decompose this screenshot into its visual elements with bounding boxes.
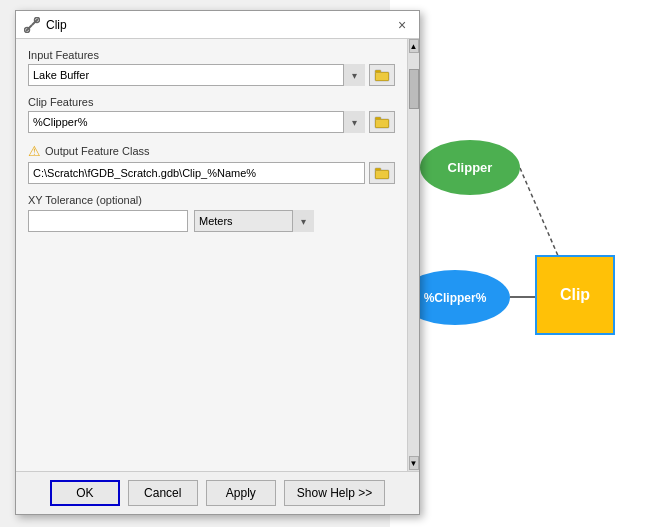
xy-tolerance-group: XY Tolerance (optional) Meters Feet Kilo… [28,194,395,232]
output-feature-class-input[interactable] [28,162,365,184]
clip-features-select[interactable]: %Clipper% [28,111,365,133]
clip-features-select-wrapper: %Clipper% ▾ [28,111,365,133]
svg-rect-12 [376,120,388,127]
dialog-title-icon [24,17,40,33]
svg-rect-11 [375,117,381,120]
output-feature-class-row [28,162,395,184]
input-features-select[interactable]: Lake Buffer [28,64,365,86]
dialog-window: Clip × Input Features Lake Buffer ▾ [15,10,420,515]
diagram-connectors [390,0,656,527]
apply-button[interactable]: Apply [206,480,276,506]
svg-rect-15 [376,171,388,178]
show-help-button[interactable]: Show Help >> [284,480,385,506]
dialog-close-button[interactable]: × [393,16,411,34]
node-clip: Clip [535,255,615,335]
input-features-row: Lake Buffer ▾ [28,64,395,86]
dialog-title-text: Clip [46,18,67,32]
output-feature-class-group: ⚠ Output Feature Class [28,143,395,184]
dialog-title-left: Clip [24,17,67,33]
scroll-down-button[interactable]: ▼ [409,456,419,470]
xy-tolerance-unit-select[interactable]: Meters Feet Kilometers Miles [194,210,314,232]
clip-features-group: Clip Features %Clipper% ▾ [28,96,395,133]
svg-rect-9 [376,73,388,80]
clip-features-label: Clip Features [28,96,395,108]
xy-tolerance-label: XY Tolerance (optional) [28,194,395,206]
xy-tolerance-unit-wrapper: Meters Feet Kilometers Miles ▾ [194,210,314,232]
dialog-content: Input Features Lake Buffer ▾ [16,39,407,471]
clip-features-row: %Clipper% ▾ [28,111,395,133]
xy-tolerance-row: Meters Feet Kilometers Miles ▾ [28,210,395,232]
warning-icon: ⚠ [28,143,41,159]
diagram-area: Clipper %Clipper% Clip [390,0,656,527]
browse-icon-3 [374,166,390,180]
input-features-browse-button[interactable] [369,64,395,86]
svg-rect-8 [375,70,381,73]
dialog-footer: OK Cancel Apply Show Help >> [16,471,419,514]
dialog-body-wrapper: Input Features Lake Buffer ▾ [16,39,419,471]
clip-features-browse-button[interactable] [369,111,395,133]
svg-rect-14 [375,168,381,171]
browse-icon-2 [374,115,390,129]
output-feature-class-label: ⚠ Output Feature Class [28,143,395,159]
ok-button[interactable]: OK [50,480,120,506]
input-features-group: Input Features Lake Buffer ▾ [28,49,395,86]
cancel-button[interactable]: Cancel [128,480,198,506]
browse-icon [374,68,390,82]
input-features-select-wrapper: Lake Buffer ▾ [28,64,365,86]
dialog-titlebar: Clip × [16,11,419,39]
scrollbar[interactable]: ▲ ▼ [407,39,419,471]
input-features-label: Input Features [28,49,395,61]
xy-tolerance-input[interactable] [28,210,188,232]
node-clipper: Clipper [420,140,520,195]
scroll-up-button[interactable]: ▲ [409,39,419,53]
scrollbar-thumb[interactable] [409,69,419,109]
output-feature-class-browse-button[interactable] [369,162,395,184]
